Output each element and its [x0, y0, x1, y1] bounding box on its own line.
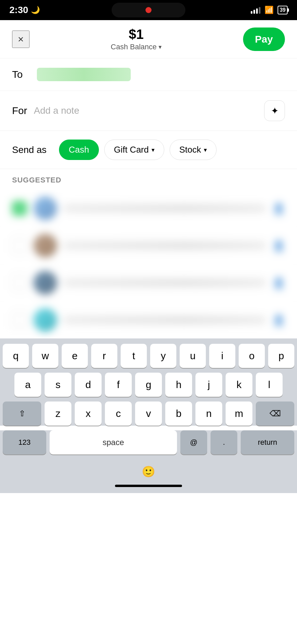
- key-m[interactable]: m: [226, 401, 252, 426]
- key-l[interactable]: l: [256, 373, 283, 397]
- key-e[interactable]: e: [62, 344, 88, 368]
- close-button[interactable]: ×: [12, 31, 29, 48]
- contact-checkbox-1[interactable]: [12, 201, 27, 216]
- suggested-section: SUGGESTED 👤 �: [0, 169, 297, 338]
- keyboard-row-3: ⇧ z x c v b n m ⌫: [3, 401, 294, 426]
- status-bar: 2:30 🌙 📶 39: [0, 0, 297, 20]
- for-section: For Add a note ✦: [0, 91, 297, 131]
- contacts-list-container: 👤 👤: [0, 190, 297, 338]
- key-a[interactable]: a: [14, 373, 41, 397]
- keyboard-bottom: 123 space @ . return: [0, 430, 297, 460]
- contact-item[interactable]: 👤: [0, 302, 297, 338]
- person-icon-2: 👤: [273, 240, 285, 251]
- battery-indicator: 39: [278, 6, 288, 14]
- person-icon-3: 👤: [273, 277, 285, 288]
- contact-right-3: 👤: [266, 277, 285, 289]
- signal-bar-4: [259, 7, 260, 14]
- space-key[interactable]: space: [50, 430, 177, 454]
- status-icons: 📶 39: [251, 6, 288, 14]
- contact-checkbox-4[interactable]: [12, 313, 27, 327]
- to-input[interactable]: [37, 68, 131, 81]
- home-bar: [115, 485, 182, 487]
- contact-avatar-4: [34, 308, 57, 332]
- contact-item[interactable]: 👤: [0, 227, 297, 264]
- return-key[interactable]: return: [241, 430, 294, 454]
- key-r[interactable]: r: [91, 344, 117, 368]
- contact-avatar-2: [34, 234, 57, 257]
- person-icon-4: 👤: [273, 315, 285, 326]
- key-j[interactable]: j: [195, 373, 222, 397]
- dynamic-island: [112, 3, 185, 17]
- key-n[interactable]: n: [195, 401, 222, 426]
- keyboard-row-1: q w e r t y u i o p: [3, 344, 294, 368]
- key-d[interactable]: d: [75, 373, 102, 397]
- key-g[interactable]: g: [135, 373, 162, 397]
- close-icon: ×: [18, 34, 24, 45]
- key-c[interactable]: c: [105, 401, 132, 426]
- person-icon-1: 👤: [273, 203, 285, 214]
- to-label: To: [12, 69, 29, 80]
- contact-checkbox-2[interactable]: [12, 238, 27, 253]
- send-as-cash-button[interactable]: Cash: [59, 140, 99, 160]
- emoji-button[interactable]: 🙂: [142, 465, 155, 478]
- key-q[interactable]: q: [3, 344, 29, 368]
- recording-indicator: [145, 7, 152, 13]
- sparkle-icon: ✦: [271, 105, 279, 116]
- note-placeholder[interactable]: Add a note: [34, 105, 79, 116]
- suggested-title: SUGGESTED: [0, 176, 297, 190]
- send-as-giftcard-button[interactable]: Gift Card ▾: [104, 140, 164, 160]
- signal-bars: [251, 6, 260, 14]
- contact-right-1: 👤: [266, 203, 285, 214]
- at-key[interactable]: @: [180, 430, 207, 454]
- key-o[interactable]: o: [239, 344, 265, 368]
- balance-chevron-icon: ▾: [159, 43, 162, 51]
- send-as-stock-button[interactable]: Stock ▾: [170, 140, 217, 160]
- send-as-section: Send as Cash Gift Card ▾ Stock ▾: [0, 131, 297, 169]
- contact-name-1: [64, 205, 266, 212]
- stock-chevron-icon: ▾: [204, 146, 207, 154]
- to-section: To: [0, 58, 297, 91]
- moon-icon: 🌙: [31, 6, 40, 14]
- contact-avatar-1: [34, 197, 57, 220]
- key-b[interactable]: b: [165, 401, 192, 426]
- send-as-label: Send as: [12, 145, 52, 155]
- key-h[interactable]: h: [165, 373, 192, 397]
- shift-key[interactable]: ⇧: [3, 401, 41, 426]
- key-f[interactable]: f: [105, 373, 132, 397]
- keyboard-bottom-row: 123 space @ . return: [3, 430, 294, 454]
- key-v[interactable]: v: [135, 401, 162, 426]
- key-s[interactable]: s: [45, 373, 71, 397]
- stock-label: Stock: [179, 145, 201, 155]
- signal-bar-2: [253, 10, 255, 14]
- balance-display[interactable]: Cash Balance ▾: [111, 43, 162, 51]
- dot-key[interactable]: .: [211, 430, 237, 454]
- key-t[interactable]: t: [121, 344, 147, 368]
- send-as-options: Cash Gift Card ▾ Stock ▾: [59, 140, 217, 160]
- key-k[interactable]: k: [226, 373, 252, 397]
- for-left: For Add a note: [12, 105, 79, 116]
- delete-key[interactable]: ⌫: [256, 401, 294, 426]
- key-p[interactable]: p: [268, 344, 294, 368]
- keyboard-row-2: a s d f g h j k l: [3, 373, 294, 397]
- time-display: 2:30: [9, 5, 28, 15]
- key-x[interactable]: x: [75, 401, 102, 426]
- status-time: 2:30 🌙: [9, 5, 40, 15]
- contact-item[interactable]: 👤: [0, 190, 297, 227]
- key-u[interactable]: u: [180, 344, 206, 368]
- key-i[interactable]: i: [209, 344, 235, 368]
- balance-label: Cash Balance: [111, 43, 157, 51]
- key-z[interactable]: z: [45, 401, 71, 426]
- sparkle-button[interactable]: ✦: [264, 100, 285, 121]
- contact-checkbox-3[interactable]: [12, 275, 27, 290]
- contact-right-2: 👤: [266, 240, 285, 252]
- contact-name-2: [64, 242, 266, 249]
- signal-bar-3: [256, 8, 258, 14]
- contact-item[interactable]: 👤: [0, 264, 297, 302]
- pay-button[interactable]: Pay: [243, 28, 285, 51]
- key-y[interactable]: y: [150, 344, 176, 368]
- key-w[interactable]: w: [32, 344, 58, 368]
- numbers-key[interactable]: 123: [3, 430, 46, 454]
- for-label: For: [12, 105, 27, 116]
- contact-list: 👤 👤: [0, 190, 297, 338]
- contact-right-4: 👤: [266, 314, 285, 326]
